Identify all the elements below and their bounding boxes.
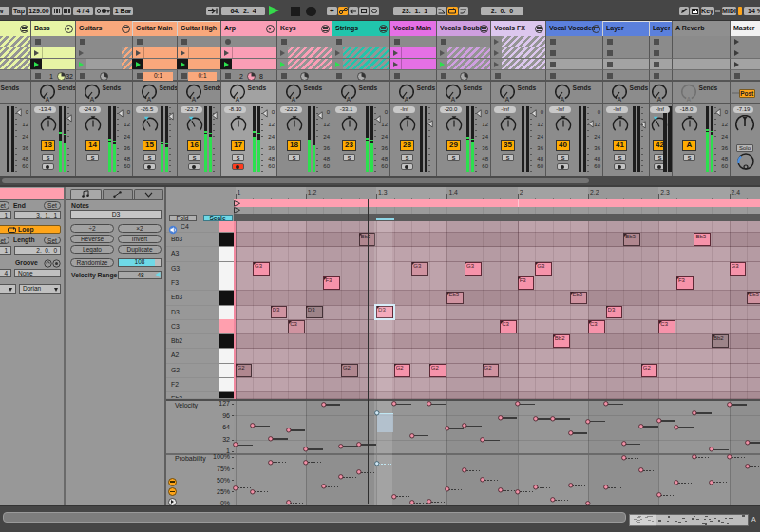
svg-text:A: A — [147, 96, 152, 103]
svg-text:A: A — [687, 96, 692, 103]
svg-text:A: A — [292, 96, 296, 103]
svg-text:A: A — [46, 96, 50, 103]
svg-text:A: A — [405, 96, 409, 103]
svg-text:A: A — [657, 96, 662, 103]
svg-text:A: A — [451, 96, 456, 103]
svg-text:A: A — [90, 96, 95, 103]
svg-text:A: A — [347, 96, 352, 103]
svg-text:A: A — [505, 96, 510, 103]
svg-text:A: A — [192, 96, 197, 103]
svg-text:A: A — [560, 96, 565, 103]
svg-text:A: A — [618, 96, 622, 103]
svg-text:A: A — [236, 96, 240, 103]
